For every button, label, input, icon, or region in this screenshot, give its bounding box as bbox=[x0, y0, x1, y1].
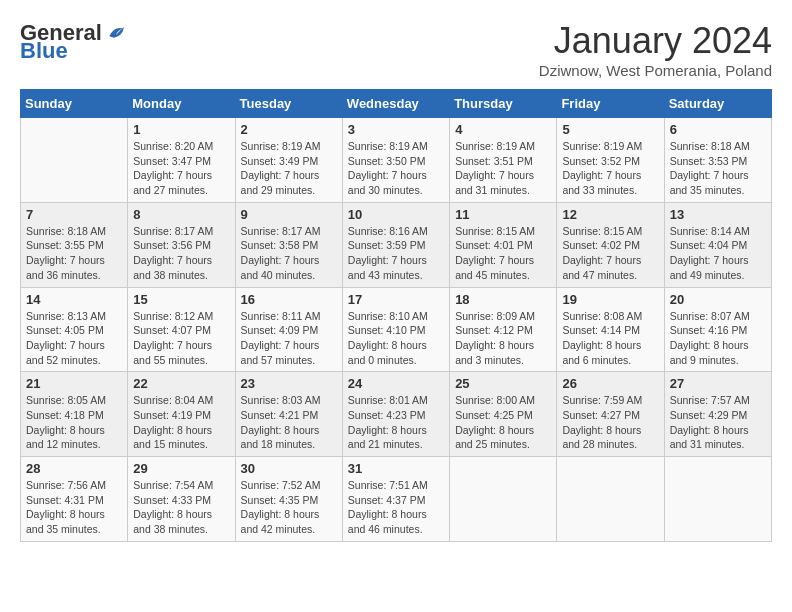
day-info: Sunrise: 8:15 AMSunset: 4:02 PMDaylight:… bbox=[562, 224, 658, 283]
day-info: Sunrise: 8:05 AMSunset: 4:18 PMDaylight:… bbox=[26, 393, 122, 452]
title-section: January 2024 Dziwnow, West Pomerania, Po… bbox=[539, 20, 772, 79]
calendar-cell bbox=[450, 457, 557, 542]
calendar-cell: 12Sunrise: 8:15 AMSunset: 4:02 PMDayligh… bbox=[557, 202, 664, 287]
day-info: Sunrise: 8:04 AMSunset: 4:19 PMDaylight:… bbox=[133, 393, 229, 452]
location: Dziwnow, West Pomerania, Poland bbox=[539, 62, 772, 79]
calendar-cell bbox=[21, 118, 128, 203]
calendar-cell: 27Sunrise: 7:57 AMSunset: 4:29 PMDayligh… bbox=[664, 372, 771, 457]
calendar-cell: 20Sunrise: 8:07 AMSunset: 4:16 PMDayligh… bbox=[664, 287, 771, 372]
calendar-cell: 19Sunrise: 8:08 AMSunset: 4:14 PMDayligh… bbox=[557, 287, 664, 372]
header: General Blue January 2024 Dziwnow, West … bbox=[20, 20, 772, 79]
day-number: 26 bbox=[562, 376, 658, 391]
day-number: 16 bbox=[241, 292, 337, 307]
calendar-week-row: 1Sunrise: 8:20 AMSunset: 3:47 PMDaylight… bbox=[21, 118, 772, 203]
day-info: Sunrise: 8:14 AMSunset: 4:04 PMDaylight:… bbox=[670, 224, 766, 283]
day-number: 28 bbox=[26, 461, 122, 476]
calendar-cell: 21Sunrise: 8:05 AMSunset: 4:18 PMDayligh… bbox=[21, 372, 128, 457]
day-number: 18 bbox=[455, 292, 551, 307]
calendar-cell: 5Sunrise: 8:19 AMSunset: 3:52 PMDaylight… bbox=[557, 118, 664, 203]
day-info: Sunrise: 8:11 AMSunset: 4:09 PMDaylight:… bbox=[241, 309, 337, 368]
day-info: Sunrise: 8:16 AMSunset: 3:59 PMDaylight:… bbox=[348, 224, 444, 283]
calendar-week-row: 21Sunrise: 8:05 AMSunset: 4:18 PMDayligh… bbox=[21, 372, 772, 457]
day-info: Sunrise: 8:19 AMSunset: 3:50 PMDaylight:… bbox=[348, 139, 444, 198]
calendar-cell: 25Sunrise: 8:00 AMSunset: 4:25 PMDayligh… bbox=[450, 372, 557, 457]
day-info: Sunrise: 8:15 AMSunset: 4:01 PMDaylight:… bbox=[455, 224, 551, 283]
day-info: Sunrise: 8:19 AMSunset: 3:52 PMDaylight:… bbox=[562, 139, 658, 198]
calendar-cell: 10Sunrise: 8:16 AMSunset: 3:59 PMDayligh… bbox=[342, 202, 449, 287]
month-title: January 2024 bbox=[539, 20, 772, 62]
calendar-cell: 18Sunrise: 8:09 AMSunset: 4:12 PMDayligh… bbox=[450, 287, 557, 372]
day-info: Sunrise: 8:17 AMSunset: 3:58 PMDaylight:… bbox=[241, 224, 337, 283]
day-number: 7 bbox=[26, 207, 122, 222]
day-number: 3 bbox=[348, 122, 444, 137]
day-number: 1 bbox=[133, 122, 229, 137]
day-info: Sunrise: 7:54 AMSunset: 4:33 PMDaylight:… bbox=[133, 478, 229, 537]
calendar-cell: 14Sunrise: 8:13 AMSunset: 4:05 PMDayligh… bbox=[21, 287, 128, 372]
calendar-cell: 1Sunrise: 8:20 AMSunset: 3:47 PMDaylight… bbox=[128, 118, 235, 203]
day-number: 2 bbox=[241, 122, 337, 137]
weekday-header-saturday: Saturday bbox=[664, 90, 771, 118]
logo-blue-text: Blue bbox=[20, 38, 68, 64]
day-info: Sunrise: 8:20 AMSunset: 3:47 PMDaylight:… bbox=[133, 139, 229, 198]
day-info: Sunrise: 8:00 AMSunset: 4:25 PMDaylight:… bbox=[455, 393, 551, 452]
day-info: Sunrise: 7:52 AMSunset: 4:35 PMDaylight:… bbox=[241, 478, 337, 537]
day-number: 6 bbox=[670, 122, 766, 137]
calendar-week-row: 28Sunrise: 7:56 AMSunset: 4:31 PMDayligh… bbox=[21, 457, 772, 542]
day-number: 20 bbox=[670, 292, 766, 307]
day-number: 29 bbox=[133, 461, 229, 476]
day-number: 13 bbox=[670, 207, 766, 222]
weekday-header-friday: Friday bbox=[557, 90, 664, 118]
day-number: 8 bbox=[133, 207, 229, 222]
day-number: 14 bbox=[26, 292, 122, 307]
weekday-header-wednesday: Wednesday bbox=[342, 90, 449, 118]
day-number: 10 bbox=[348, 207, 444, 222]
day-number: 17 bbox=[348, 292, 444, 307]
calendar-cell: 7Sunrise: 8:18 AMSunset: 3:55 PMDaylight… bbox=[21, 202, 128, 287]
calendar-cell: 15Sunrise: 8:12 AMSunset: 4:07 PMDayligh… bbox=[128, 287, 235, 372]
calendar-table: SundayMondayTuesdayWednesdayThursdayFrid… bbox=[20, 89, 772, 542]
day-info: Sunrise: 8:01 AMSunset: 4:23 PMDaylight:… bbox=[348, 393, 444, 452]
day-number: 23 bbox=[241, 376, 337, 391]
day-info: Sunrise: 8:18 AMSunset: 3:55 PMDaylight:… bbox=[26, 224, 122, 283]
calendar-cell: 23Sunrise: 8:03 AMSunset: 4:21 PMDayligh… bbox=[235, 372, 342, 457]
day-info: Sunrise: 8:12 AMSunset: 4:07 PMDaylight:… bbox=[133, 309, 229, 368]
day-info: Sunrise: 7:57 AMSunset: 4:29 PMDaylight:… bbox=[670, 393, 766, 452]
day-info: Sunrise: 8:10 AMSunset: 4:10 PMDaylight:… bbox=[348, 309, 444, 368]
calendar-cell: 8Sunrise: 8:17 AMSunset: 3:56 PMDaylight… bbox=[128, 202, 235, 287]
day-number: 24 bbox=[348, 376, 444, 391]
day-info: Sunrise: 8:03 AMSunset: 4:21 PMDaylight:… bbox=[241, 393, 337, 452]
day-number: 31 bbox=[348, 461, 444, 476]
day-info: Sunrise: 7:51 AMSunset: 4:37 PMDaylight:… bbox=[348, 478, 444, 537]
day-number: 25 bbox=[455, 376, 551, 391]
weekday-header-tuesday: Tuesday bbox=[235, 90, 342, 118]
calendar-cell: 24Sunrise: 8:01 AMSunset: 4:23 PMDayligh… bbox=[342, 372, 449, 457]
calendar-cell: 29Sunrise: 7:54 AMSunset: 4:33 PMDayligh… bbox=[128, 457, 235, 542]
day-number: 15 bbox=[133, 292, 229, 307]
day-info: Sunrise: 8:09 AMSunset: 4:12 PMDaylight:… bbox=[455, 309, 551, 368]
calendar-cell: 26Sunrise: 7:59 AMSunset: 4:27 PMDayligh… bbox=[557, 372, 664, 457]
day-info: Sunrise: 8:08 AMSunset: 4:14 PMDaylight:… bbox=[562, 309, 658, 368]
day-number: 30 bbox=[241, 461, 337, 476]
calendar-cell: 11Sunrise: 8:15 AMSunset: 4:01 PMDayligh… bbox=[450, 202, 557, 287]
logo: General Blue bbox=[20, 20, 124, 64]
weekday-header-row: SundayMondayTuesdayWednesdayThursdayFrid… bbox=[21, 90, 772, 118]
day-number: 4 bbox=[455, 122, 551, 137]
weekday-header-thursday: Thursday bbox=[450, 90, 557, 118]
day-info: Sunrise: 8:19 AMSunset: 3:51 PMDaylight:… bbox=[455, 139, 551, 198]
day-info: Sunrise: 8:13 AMSunset: 4:05 PMDaylight:… bbox=[26, 309, 122, 368]
calendar-cell bbox=[664, 457, 771, 542]
calendar-cell: 17Sunrise: 8:10 AMSunset: 4:10 PMDayligh… bbox=[342, 287, 449, 372]
calendar-week-row: 14Sunrise: 8:13 AMSunset: 4:05 PMDayligh… bbox=[21, 287, 772, 372]
day-number: 22 bbox=[133, 376, 229, 391]
weekday-header-sunday: Sunday bbox=[21, 90, 128, 118]
day-number: 5 bbox=[562, 122, 658, 137]
calendar-cell: 31Sunrise: 7:51 AMSunset: 4:37 PMDayligh… bbox=[342, 457, 449, 542]
day-number: 21 bbox=[26, 376, 122, 391]
day-number: 9 bbox=[241, 207, 337, 222]
calendar-cell bbox=[557, 457, 664, 542]
day-info: Sunrise: 8:07 AMSunset: 4:16 PMDaylight:… bbox=[670, 309, 766, 368]
calendar-cell: 9Sunrise: 8:17 AMSunset: 3:58 PMDaylight… bbox=[235, 202, 342, 287]
calendar-cell: 28Sunrise: 7:56 AMSunset: 4:31 PMDayligh… bbox=[21, 457, 128, 542]
day-info: Sunrise: 8:17 AMSunset: 3:56 PMDaylight:… bbox=[133, 224, 229, 283]
calendar-cell: 6Sunrise: 8:18 AMSunset: 3:53 PMDaylight… bbox=[664, 118, 771, 203]
